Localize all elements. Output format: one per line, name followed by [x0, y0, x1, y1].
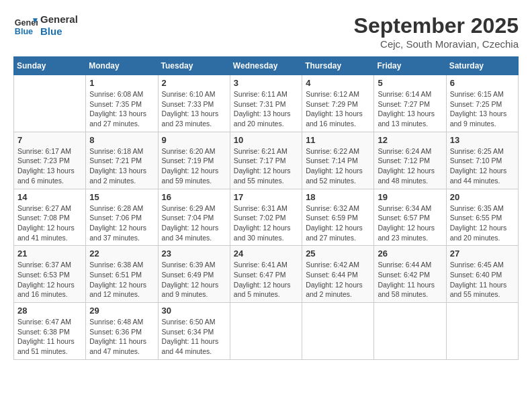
day-info: Sunrise: 6:22 AMSunset: 7:14 PMDaylight:…: [306, 146, 370, 186]
calendar-cell: 20Sunrise: 6:35 AMSunset: 6:55 PMDayligh…: [446, 189, 518, 246]
logo-icon: General Blue: [13, 13, 38, 38]
day-number: 22: [89, 248, 154, 259]
calendar-cell: 4Sunrise: 6:12 AMSunset: 7:29 PMDaylight…: [302, 75, 374, 132]
day-info: Sunrise: 6:25 AMSunset: 7:10 PMDaylight:…: [450, 146, 515, 186]
calendar-cell: 15Sunrise: 6:28 AMSunset: 7:06 PMDayligh…: [86, 189, 158, 246]
day-number: 10: [234, 135, 298, 145]
day-number: 24: [234, 248, 298, 259]
day-number: 21: [17, 248, 82, 259]
day-info: Sunrise: 6:35 AMSunset: 6:55 PMDaylight:…: [450, 203, 515, 243]
day-info: Sunrise: 6:38 AMSunset: 6:51 PMDaylight:…: [89, 260, 154, 300]
day-number: 29: [89, 306, 154, 316]
day-number: 7: [17, 135, 82, 145]
day-number: 17: [234, 192, 298, 202]
day-number: 18: [306, 192, 370, 202]
weekday-tuesday: Tuesday: [158, 57, 230, 75]
weekday-wednesday: Wednesday: [230, 57, 302, 75]
calendar-week-5: 28Sunrise: 6:47 AMSunset: 6:38 PMDayligh…: [14, 303, 519, 360]
calendar-cell: 5Sunrise: 6:14 AMSunset: 7:27 PMDaylight…: [374, 75, 446, 132]
calendar-cell: 2Sunrise: 6:10 AMSunset: 7:33 PMDaylight…: [158, 75, 230, 132]
calendar-cell: 13Sunrise: 6:25 AMSunset: 7:10 PMDayligh…: [446, 132, 518, 189]
day-number: 26: [378, 248, 442, 259]
day-info: Sunrise: 6:08 AMSunset: 7:35 PMDaylight:…: [89, 89, 154, 129]
day-number: 13: [450, 135, 515, 145]
day-number: 4: [306, 78, 370, 88]
calendar-cell: [230, 303, 302, 360]
subtitle: Cejc, South Moravian, Czechia: [354, 38, 519, 50]
day-info: Sunrise: 6:42 AMSunset: 6:44 PMDaylight:…: [306, 260, 370, 300]
calendar-cell: 1Sunrise: 6:08 AMSunset: 7:35 PMDaylight…: [86, 75, 158, 132]
day-info: Sunrise: 6:31 AMSunset: 7:02 PMDaylight:…: [234, 203, 298, 243]
day-info: Sunrise: 6:14 AMSunset: 7:27 PMDaylight:…: [378, 89, 442, 129]
day-number: 27: [450, 248, 515, 259]
weekday-monday: Monday: [86, 57, 158, 75]
day-info: Sunrise: 6:39 AMSunset: 6:49 PMDaylight:…: [162, 260, 226, 300]
day-number: 9: [162, 135, 226, 145]
calendar-table: SundayMondayTuesdayWednesdayThursdayFrid…: [13, 56, 519, 360]
day-number: 6: [450, 78, 515, 88]
month-title: September 2025: [354, 13, 519, 38]
day-info: Sunrise: 6:21 AMSunset: 7:17 PMDaylight:…: [234, 146, 298, 186]
calendar-cell: 16Sunrise: 6:29 AMSunset: 7:04 PMDayligh…: [158, 189, 230, 246]
calendar-cell: 17Sunrise: 6:31 AMSunset: 7:02 PMDayligh…: [230, 189, 302, 246]
calendar-cell: 30Sunrise: 6:50 AMSunset: 6:34 PMDayligh…: [158, 303, 230, 360]
day-number: 12: [378, 135, 442, 145]
day-number: 28: [17, 306, 82, 316]
calendar-cell: 25Sunrise: 6:42 AMSunset: 6:44 PMDayligh…: [302, 246, 374, 303]
day-info: Sunrise: 6:18 AMSunset: 7:21 PMDaylight:…: [89, 146, 154, 186]
day-info: Sunrise: 6:41 AMSunset: 6:47 PMDaylight:…: [234, 260, 298, 300]
calendar-cell: 28Sunrise: 6:47 AMSunset: 6:38 PMDayligh…: [14, 303, 86, 360]
day-info: Sunrise: 6:34 AMSunset: 6:57 PMDaylight:…: [378, 203, 442, 243]
logo-line2: Blue: [40, 26, 78, 38]
svg-text:Blue: Blue: [15, 27, 33, 36]
day-info: Sunrise: 6:15 AMSunset: 7:25 PMDaylight:…: [450, 89, 515, 129]
calendar-cell: 14Sunrise: 6:27 AMSunset: 7:08 PMDayligh…: [14, 189, 86, 246]
day-info: Sunrise: 6:10 AMSunset: 7:33 PMDaylight:…: [162, 89, 226, 129]
day-info: Sunrise: 6:20 AMSunset: 7:19 PMDaylight:…: [162, 146, 226, 186]
calendar-cell: 3Sunrise: 6:11 AMSunset: 7:31 PMDaylight…: [230, 75, 302, 132]
calendar-week-3: 14Sunrise: 6:27 AMSunset: 7:08 PMDayligh…: [14, 189, 519, 246]
day-number: 23: [162, 248, 226, 259]
day-info: Sunrise: 6:28 AMSunset: 7:06 PMDaylight:…: [89, 203, 154, 243]
calendar-cell: 21Sunrise: 6:37 AMSunset: 6:53 PMDayligh…: [14, 246, 86, 303]
calendar-cell: 8Sunrise: 6:18 AMSunset: 7:21 PMDaylight…: [86, 132, 158, 189]
header: General Blue General Blue September 2025…: [13, 13, 519, 50]
calendar-cell: 10Sunrise: 6:21 AMSunset: 7:17 PMDayligh…: [230, 132, 302, 189]
calendar-week-4: 21Sunrise: 6:37 AMSunset: 6:53 PMDayligh…: [14, 246, 519, 303]
day-info: Sunrise: 6:24 AMSunset: 7:12 PMDaylight:…: [378, 146, 442, 186]
weekday-saturday: Saturday: [446, 57, 518, 75]
calendar-cell: 29Sunrise: 6:48 AMSunset: 6:36 PMDayligh…: [86, 303, 158, 360]
calendar-cell: 24Sunrise: 6:41 AMSunset: 6:47 PMDayligh…: [230, 246, 302, 303]
calendar-cell: 27Sunrise: 6:45 AMSunset: 6:40 PMDayligh…: [446, 246, 518, 303]
day-number: 25: [306, 248, 370, 259]
weekday-friday: Friday: [374, 57, 446, 75]
day-info: Sunrise: 6:17 AMSunset: 7:23 PMDaylight:…: [17, 146, 82, 186]
day-info: Sunrise: 6:12 AMSunset: 7:29 PMDaylight:…: [306, 89, 370, 129]
day-info: Sunrise: 6:11 AMSunset: 7:31 PMDaylight:…: [234, 89, 298, 129]
logo: General Blue General Blue: [13, 13, 78, 38]
weekday-thursday: Thursday: [302, 57, 374, 75]
calendar-cell: 9Sunrise: 6:20 AMSunset: 7:19 PMDaylight…: [158, 132, 230, 189]
day-number: 30: [162, 306, 226, 316]
weekday-sunday: Sunday: [14, 57, 86, 75]
day-info: Sunrise: 6:48 AMSunset: 6:36 PMDaylight:…: [89, 317, 154, 357]
calendar-cell: 6Sunrise: 6:15 AMSunset: 7:25 PMDaylight…: [446, 75, 518, 132]
calendar-cell: [446, 303, 518, 360]
day-number: 16: [162, 192, 226, 202]
day-info: Sunrise: 6:47 AMSunset: 6:38 PMDaylight:…: [17, 317, 82, 357]
day-info: Sunrise: 6:44 AMSunset: 6:42 PMDaylight:…: [378, 260, 442, 300]
calendar-cell: [302, 303, 374, 360]
day-number: 1: [89, 78, 154, 88]
calendar-cell: [14, 75, 86, 132]
day-number: 15: [89, 192, 154, 202]
calendar-cell: 23Sunrise: 6:39 AMSunset: 6:49 PMDayligh…: [158, 246, 230, 303]
day-info: Sunrise: 6:27 AMSunset: 7:08 PMDaylight:…: [17, 203, 82, 243]
calendar-cell: 22Sunrise: 6:38 AMSunset: 6:51 PMDayligh…: [86, 246, 158, 303]
day-info: Sunrise: 6:32 AMSunset: 6:59 PMDaylight:…: [306, 203, 370, 243]
title-area: September 2025 Cejc, South Moravian, Cze…: [354, 13, 519, 50]
day-info: Sunrise: 6:29 AMSunset: 7:04 PMDaylight:…: [162, 203, 226, 243]
day-number: 19: [378, 192, 442, 202]
calendar-cell: 18Sunrise: 6:32 AMSunset: 6:59 PMDayligh…: [302, 189, 374, 246]
calendar-cell: 26Sunrise: 6:44 AMSunset: 6:42 PMDayligh…: [374, 246, 446, 303]
calendar-cell: 11Sunrise: 6:22 AMSunset: 7:14 PMDayligh…: [302, 132, 374, 189]
